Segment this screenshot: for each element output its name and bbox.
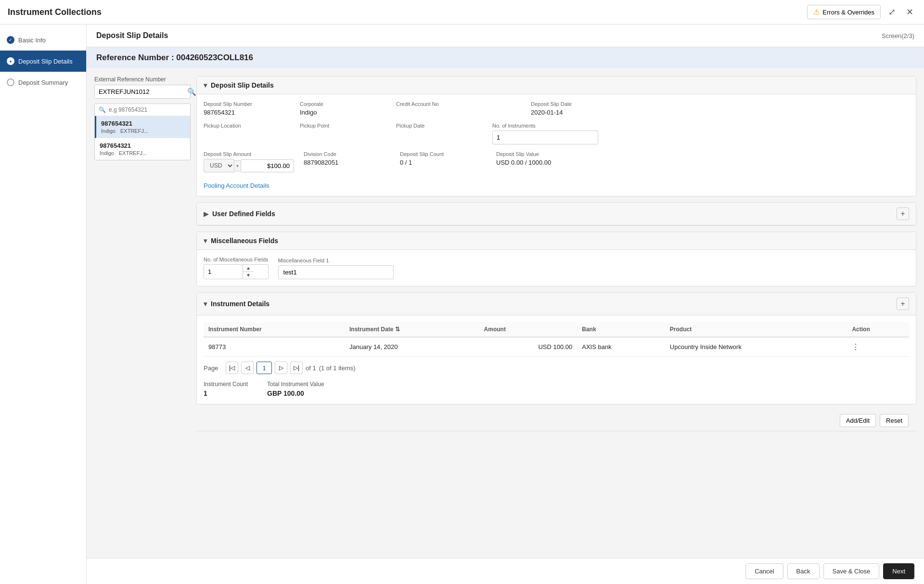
instrument-details-section-title: Instrument Details (211, 300, 270, 308)
th-instrument-number: Instrument Number (204, 322, 345, 337)
last-page-button[interactable]: ▷| (290, 362, 303, 374)
content-header-title: Deposit Slip Details (96, 31, 168, 40)
th-product: Product (665, 322, 847, 337)
amount-row: USD ▾ (204, 159, 294, 172)
list-item[interactable]: 987654321 Indigo EXTREFJ... (95, 116, 190, 138)
sidebar-item-deposit-slip-details[interactable]: ● Deposit Slip Details (0, 51, 86, 72)
pickup-date-group: Pickup Date (396, 123, 483, 144)
list-item-company: Indigo (100, 150, 114, 156)
division-code-label: Division Code (304, 151, 390, 157)
total-instrument-value-group: Total Instrument Value GBP 100.00 (267, 381, 324, 397)
user-defined-section-header[interactable]: ▶ User Defined Fields + (197, 203, 916, 225)
pagination-row: Page |◁ ◁ ▷ ▷| of 1 (1 of 1 items) (204, 357, 909, 377)
deposit-slip-section-header[interactable]: ▾ Deposit Slip Details (197, 77, 916, 94)
ext-ref-input[interactable] (95, 85, 183, 98)
pickup-date-label: Pickup Date (396, 123, 483, 129)
misc-spinner-input[interactable] (204, 265, 243, 278)
th-instrument-date[interactable]: Instrument Date ⇅ (345, 322, 479, 337)
instrument-summary-row: Instrument Count 1 Total Instrument Valu… (204, 377, 909, 397)
sidebar-item-label-basic-info: Basic Info (18, 37, 46, 44)
th-amount: Amount (479, 322, 578, 337)
first-page-button[interactable]: |◁ (226, 362, 238, 374)
list-item-number: 987654321 (100, 142, 185, 149)
instrument-count-value: 1 (204, 389, 248, 397)
user-defined-section-title: User Defined Fields (212, 210, 275, 218)
save-close-button[interactable]: Save & Close (823, 563, 880, 579)
td-instrument-date: January 14, 2020 (345, 337, 479, 357)
sidebar-item-icon-basic-info: ✓ (7, 36, 14, 44)
instrument-details-section-body: Instrument Number Instrument Date ⇅ Amou… (197, 315, 916, 404)
prev-page-button[interactable]: ◁ (241, 362, 254, 374)
ext-ref-label: External Reference Number (94, 76, 191, 83)
deposit-slip-count-value: 0 / 1 (400, 159, 487, 166)
sidebar-item-icon-deposit-summary (7, 78, 14, 86)
credit-account-label: Credit Account No (396, 101, 521, 107)
search-list: 🔍 987654321 Indigo EXTREFJ... (94, 104, 191, 160)
list-item-meta: Indigo EXTREFJ... (101, 128, 185, 134)
deposit-slip-date-label: Deposit Slip Date (531, 101, 617, 107)
pooling-account-link[interactable]: Pooling Account Details (204, 182, 270, 189)
errors-overrides-button[interactable]: ⚠ Errors & Overrides (807, 5, 881, 19)
misc-field1-input[interactable] (278, 265, 394, 279)
spinner-down-button[interactable]: ▼ (243, 272, 254, 279)
misc-fields-section-header[interactable]: ▾ Miscellaneous Fields (197, 232, 916, 250)
sidebar: ✓ Basic Info ● Deposit Slip Details Depo… (0, 25, 87, 584)
deposit-slip-section-body: Deposit Slip Number 987654321 Corporate … (197, 94, 916, 196)
more-actions-icon[interactable]: ⋮ (852, 343, 860, 351)
division-code-group: Division Code 8879082051 (304, 151, 390, 172)
next-button[interactable]: Next (883, 563, 914, 579)
left-panel: External Reference Number 🔍 🔍 9876 (94, 76, 191, 431)
pickup-point-label: Pickup Point (300, 123, 386, 129)
total-instrument-value-value: GBP 100.00 (267, 389, 324, 397)
ref-number-value: 004260523COLL816 (176, 53, 253, 62)
deposit-slip-value-group: Deposit Slip Value USD 0.00 / 1000.00 (496, 151, 621, 172)
spinner-up-button[interactable]: ▲ (243, 265, 254, 272)
screen-label: Screen(2/3) (882, 32, 914, 39)
close-button[interactable]: ✕ (903, 6, 916, 18)
no-of-instruments-label: No. of Instruments (492, 123, 598, 129)
deposit-slip-count-group: Deposit Slip Count 0 / 1 (400, 151, 487, 172)
reference-number-bar: Reference Number : 004260523COLL816 (87, 47, 924, 68)
footer-right: Cancel Back Save & Close Next (745, 563, 914, 579)
content-header: Deposit Slip Details Screen(2/3) (87, 25, 924, 47)
user-defined-add-button[interactable]: + (897, 208, 909, 220)
instrument-details-add-button[interactable]: + (897, 298, 909, 310)
corporate-group: Corporate Indigo (300, 101, 386, 116)
two-column-layout: External Reference Number 🔍 🔍 9876 (94, 76, 916, 431)
ext-ref-input-wrap: 🔍 (94, 85, 191, 99)
scrollable-content: External Reference Number 🔍 🔍 9876 (87, 68, 924, 558)
td-product: Upcountry Inside Network (665, 337, 847, 357)
list-item[interactable]: 987654321 Indigo EXTREFJ... (95, 138, 190, 160)
instrument-details-section-header[interactable]: ▾ Instrument Details + (197, 293, 916, 315)
next-page-button[interactable]: ▷ (275, 362, 287, 374)
th-action: Action (847, 322, 909, 337)
search-list-input[interactable] (109, 106, 186, 113)
search-list-input-row: 🔍 (95, 104, 190, 116)
deposit-slip-amount-input[interactable] (241, 159, 294, 172)
no-of-instruments-group: No. of Instruments (492, 123, 598, 144)
sidebar-item-basic-info[interactable]: ✓ Basic Info (0, 29, 86, 51)
footer: Cancel Back Save & Close Next (87, 558, 924, 584)
sidebar-item-deposit-summary[interactable]: Deposit Summary (0, 72, 86, 93)
add-edit-button[interactable]: Add/Edit (840, 414, 876, 427)
misc-fields-section: ▾ Miscellaneous Fields No. of Miscellane… (196, 232, 916, 286)
sidebar-item-label-deposit-summary: Deposit Summary (18, 79, 68, 86)
deposit-slip-amount-group: Deposit Slip Amount USD ▾ (204, 151, 294, 172)
back-button[interactable]: Back (787, 563, 820, 579)
items-label: (1 of 1 items) (319, 364, 356, 372)
misc-spinner: ▲ ▼ (204, 264, 269, 279)
deposit-slip-section-title: Deposit Slip Details (211, 81, 274, 89)
list-item-ref: EXTREFJ... (119, 150, 147, 156)
currency-select[interactable]: USD (204, 159, 234, 172)
instrument-count-group: Instrument Count 1 (204, 381, 248, 397)
deposit-slip-count-label: Deposit Slip Count (400, 151, 487, 157)
reset-button[interactable]: Reset (880, 414, 909, 427)
deposit-slip-date-group: Deposit Slip Date 2020-01-14 (531, 101, 617, 116)
misc-field1-label: Miscellaneous Field 1 (278, 258, 394, 263)
no-of-instruments-input[interactable] (492, 130, 598, 144)
errors-overrides-label: Errors & Overrides (822, 9, 874, 16)
no-of-misc-label: No. of Miscellaneous Fields (204, 257, 269, 262)
cancel-button[interactable]: Cancel (745, 563, 783, 579)
page-number-input[interactable] (257, 362, 272, 374)
expand-button[interactable]: ⤢ (886, 6, 898, 18)
